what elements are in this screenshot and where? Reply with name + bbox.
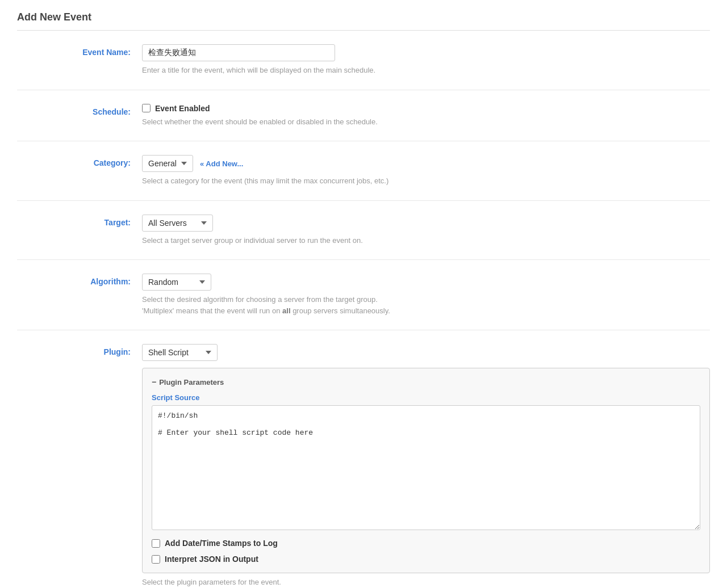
plugin-hint: Select the plugin parameters for the eve…: [142, 577, 710, 588]
algorithm-hint-bold: all: [282, 306, 290, 315]
interpret-json-checkbox[interactable]: [152, 555, 160, 564]
add-timestamps-checkbox[interactable]: [152, 539, 160, 548]
add-timestamps-row: Add Date/Time Stamps to Log: [152, 539, 700, 548]
algorithm-content: RandomRound RobinLeast LoadMultiplex Sel…: [142, 274, 710, 316]
plugin-params-title: Plugin Parameters: [159, 378, 224, 387]
target-hint: Select a target server group or individu…: [142, 235, 710, 246]
category-label: Category:: [17, 155, 142, 167]
algorithm-hint-line2-pre: 'Multiplex' means that the event will ru…: [142, 306, 282, 315]
add-new-category-link[interactable]: « Add New...: [200, 159, 243, 168]
category-content: GeneralCustom « Add New... Select a cate…: [142, 155, 710, 187]
event-enabled-checkbox[interactable]: [142, 104, 151, 112]
script-source-label: Script Source: [152, 393, 700, 402]
event-enabled-label: Event Enabled: [155, 104, 210, 113]
event-name-hint: Enter a title for the event, which will …: [142, 65, 710, 76]
category-select[interactable]: GeneralCustom: [142, 155, 193, 172]
target-row: Target: All ServersSingle ServerServer G…: [17, 201, 710, 261]
plugin-params-legend: − Plugin Parameters: [152, 377, 700, 387]
schedule-checkbox-row: Event Enabled: [142, 104, 710, 113]
event-name-input[interactable]: [142, 44, 335, 61]
algorithm-hint: Select the desired algorithm for choosin…: [142, 294, 710, 316]
collapse-icon[interactable]: −: [152, 377, 156, 387]
script-source-textarea[interactable]: [152, 405, 700, 530]
category-row: Category: GeneralCustom « Add New... Sel…: [17, 141, 710, 201]
schedule-hint: Select whether the event should be enabl…: [142, 116, 710, 128]
algorithm-row: Algorithm: RandomRound RobinLeast LoadMu…: [17, 260, 710, 330]
category-hint: Select a category for the event (this ma…: [142, 175, 710, 187]
algorithm-hint-line1: Select the desired algorithm for choosin…: [142, 295, 378, 304]
plugin-select[interactable]: Shell ScriptHTTP RequestTest Plugin: [142, 344, 218, 361]
event-name-row: Event Name: Enter a title for the event,…: [17, 31, 710, 90]
target-label: Target:: [17, 215, 142, 227]
target-content: All ServersSingle ServerServer Group Sel…: [142, 215, 710, 246]
schedule-row: Schedule: Event Enabled Select whether t…: [17, 90, 710, 142]
interpret-json-row: Interpret JSON in Output: [152, 555, 700, 564]
algorithm-hint-line2-post: group servers simultaneously.: [291, 306, 390, 315]
category-controls: GeneralCustom « Add New...: [142, 155, 710, 172]
schedule-label: Schedule:: [17, 104, 142, 116]
plugin-content: Shell ScriptHTTP RequestTest Plugin − Pl…: [142, 344, 710, 588]
plugin-params-box: − Plugin Parameters Script Source Add Da…: [142, 368, 710, 573]
schedule-content: Event Enabled Select whether the event s…: [142, 104, 710, 128]
plugin-label: Plugin:: [17, 344, 142, 356]
target-select[interactable]: All ServersSingle ServerServer Group: [142, 215, 213, 232]
event-name-content: Enter a title for the event, which will …: [142, 44, 710, 76]
plugin-row: Plugin: Shell ScriptHTTP RequestTest Plu…: [17, 330, 710, 588]
algorithm-label: Algorithm:: [17, 274, 142, 286]
algorithm-select[interactable]: RandomRound RobinLeast LoadMultiplex: [142, 274, 211, 291]
event-name-label: Event Name:: [17, 44, 142, 57]
page-title: Add New Event: [17, 11, 710, 31]
add-timestamps-label: Add Date/Time Stamps to Log: [165, 539, 278, 548]
interpret-json-label: Interpret JSON in Output: [165, 555, 258, 564]
